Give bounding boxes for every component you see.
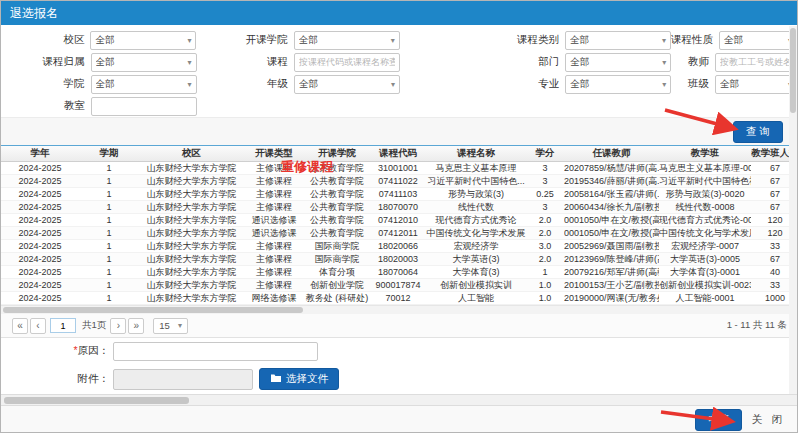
filter-input-course[interactable] [294, 53, 400, 72]
table-cell: 大学体育(3) [426, 266, 526, 279]
table-cell: 马克思主义基本原理 [426, 162, 526, 175]
column-header[interactable]: 课程名称 [426, 147, 526, 160]
scrollbar-thumb[interactable] [790, 28, 796, 113]
filter-input-teacher[interactable] [715, 53, 797, 72]
chevron-down-icon: ▾ [391, 80, 395, 89]
choose-file-button[interactable]: 选择文件 [259, 368, 339, 390]
filter-label: 班级 [671, 77, 715, 91]
table-body: 2024-20251山东财经大学东方学院主修课程公共教育学院31001001马克… [1, 162, 797, 305]
apply-button[interactable]: 申请 [695, 409, 742, 431]
table-cell: 20195346/薛丽/讲师(高... [564, 175, 659, 188]
reason-input[interactable] [113, 342, 318, 361]
table-row[interactable]: 2024-20251山东财经大学东方学院主修课程公共教育学院31001001马克… [1, 162, 797, 175]
column-header[interactable]: 校区 [139, 147, 244, 160]
table-row[interactable]: 2024-20251山东财经大学东方学院通识选修课公共教育学院07412010现… [1, 214, 797, 227]
table-cell: 20190000/网课(无/教务处... [564, 292, 659, 305]
filter-label: 教室 [1, 99, 91, 113]
table-cell: 1 [79, 215, 139, 225]
table-cell: 线性代数-0008 [659, 201, 751, 214]
table-cell: 20060434/徐长九/副教授... [564, 201, 659, 214]
course-table: 学年学期校区开课类型开课学院课程代码课程名称学分任课教师教学班教学班人数 202… [1, 145, 797, 338]
column-header[interactable]: 任课教师 [564, 147, 659, 160]
table-cell: 20058164/张玉霞/讲师(... [564, 188, 659, 201]
table-row[interactable]: 2024-20251山东财经大学东方学院通识选修课公共教育学院07412011中… [1, 227, 797, 240]
filter-input-classroom[interactable] [91, 97, 197, 116]
filter-field-department: 部门全部▾ [400, 51, 671, 73]
table-cell: 山东财经大学东方学院 [139, 214, 244, 227]
vertical-scrollbar[interactable] [789, 26, 797, 394]
withdraw-registration-dialog: 退选报名 校区全部▾开课学院全部▾课程类别全部▾课程性质全部▾课程归属全部▾课程… [0, 0, 798, 433]
table-cell: 3 [526, 202, 564, 212]
table-cell: 山东财经大学东方学院 [139, 240, 244, 253]
table-row[interactable]: 2024-20251山东财经大学东方学院主修课程创新创业学院900017874创… [1, 279, 797, 292]
table-cell: 2024-2025 [1, 293, 79, 303]
filter-field-grade: 年级全部▾ [197, 73, 400, 95]
table-cell: 3 [526, 176, 564, 186]
page-size-value: 15 [159, 318, 170, 333]
chevron-down-icon: ▾ [662, 58, 666, 67]
filter-select-department[interactable]: 全部▾ [565, 53, 671, 72]
filter-label: 课程性质 [671, 33, 719, 47]
table-cell: 18020003 [370, 254, 426, 264]
filter-select-class[interactable]: 全部▾ [715, 75, 797, 94]
filter-row: 课程归属全部▾课程部门全部▾教师 [1, 51, 797, 73]
choose-file-label: 选择文件 [286, 372, 328, 386]
scrollbar-thumb[interactable] [4, 397, 189, 404]
prev-page-button[interactable]: ‹ [30, 318, 46, 334]
filter-field-major: 专业全部▾ [400, 73, 671, 95]
filter-select-college[interactable]: 全部▾ [91, 75, 197, 94]
pagination-bar: « ‹ 共1页 › » 15 ▾ 1 - 11 共 11 条 [1, 314, 797, 338]
column-header[interactable]: 教学班 [659, 147, 751, 160]
table-cell: 2.0 [526, 215, 564, 225]
attachment-row: 附件： 选择文件 [1, 364, 797, 394]
bottom-horizontal-scrollbar[interactable] [1, 394, 797, 406]
table-cell: 2024-2025 [1, 280, 79, 290]
table-row[interactable]: 2024-20251山东财经大学东方学院主修课程公共教育学院18070070线性… [1, 201, 797, 214]
table-cell: 2024-2025 [1, 254, 79, 264]
filter-label: 课程 [197, 55, 294, 69]
filter-field-classroom: 教室 [1, 95, 197, 117]
filter-select-course-attribution[interactable]: 全部▾ [91, 53, 197, 72]
filter-field-teacher: 教师 [671, 51, 797, 73]
table-cell: 3 [526, 163, 564, 173]
column-header[interactable]: 学期 [79, 147, 139, 160]
column-header[interactable]: 学年 [1, 147, 79, 160]
filter-select-major[interactable]: 全部▾ [565, 75, 671, 94]
first-page-button[interactable]: « [12, 318, 28, 334]
table-cell: 1 [79, 202, 139, 212]
page-number-input[interactable] [50, 318, 76, 333]
chevron-down-icon: ▾ [391, 36, 395, 45]
last-page-button[interactable]: » [128, 318, 144, 334]
pagination-summary: 1 - 11 共 11 条 [727, 319, 787, 332]
table-cell: 教务处 (科研处) [304, 292, 370, 305]
table-row[interactable]: 2024-20251山东财经大学东方学院网络选修课教务处 (科研处)70012人… [1, 292, 797, 305]
selected-value: 全部 [96, 78, 188, 91]
next-page-button[interactable]: › [110, 318, 126, 334]
page-size-select[interactable]: 15 ▾ [153, 318, 188, 334]
table-cell: 公共教育学院 [304, 201, 370, 214]
table-row[interactable]: 2024-20251山东财经大学东方学院主修课程公共教育学院07411103形势… [1, 188, 797, 201]
table-horizontal-scrollbar[interactable] [1, 305, 797, 314]
filter-label: 专业 [400, 77, 565, 91]
filter-select-offering-college[interactable]: 全部▾ [294, 31, 400, 50]
selected-value: 全部 [720, 78, 788, 91]
table-row[interactable]: 2024-20251山东财经大学东方学院主修课程国际商学院18020003大学英… [1, 253, 797, 266]
filter-select-campus[interactable]: 全部▾ [90, 31, 196, 50]
folder-icon [270, 373, 282, 385]
scrollbar-thumb[interactable] [3, 307, 303, 313]
query-button[interactable]: 查 询 [733, 121, 783, 143]
filter-select-course-category[interactable]: 全部▾ [565, 31, 671, 50]
table-row[interactable]: 2024-20251山东财经大学东方学院主修课程公共教育学院07411022习近… [1, 175, 797, 188]
table-cell: 现代德育方式优秀论 [426, 214, 526, 227]
filter-select-grade[interactable]: 全部▾ [294, 75, 400, 94]
table-cell: 宏观经济学-0007 [659, 240, 751, 253]
table-cell: 2024-2025 [1, 267, 79, 277]
table-cell: 2024-2025 [1, 241, 79, 251]
close-button[interactable]: 关 闭 [752, 413, 785, 427]
table-row[interactable]: 2024-20251山东财经大学东方学院主修课程国际商学院18020066宏观经… [1, 240, 797, 253]
table-row[interactable]: 2024-20251山东财经大学东方学院主修课程体育分项18070064大学体育… [1, 266, 797, 279]
annotation-highlight: 重修课程 [281, 158, 333, 176]
column-header[interactable]: 学分 [526, 147, 564, 160]
column-header[interactable]: 课程代码 [370, 147, 426, 160]
filter-select-course-nature[interactable]: 全部▾ [719, 31, 797, 50]
